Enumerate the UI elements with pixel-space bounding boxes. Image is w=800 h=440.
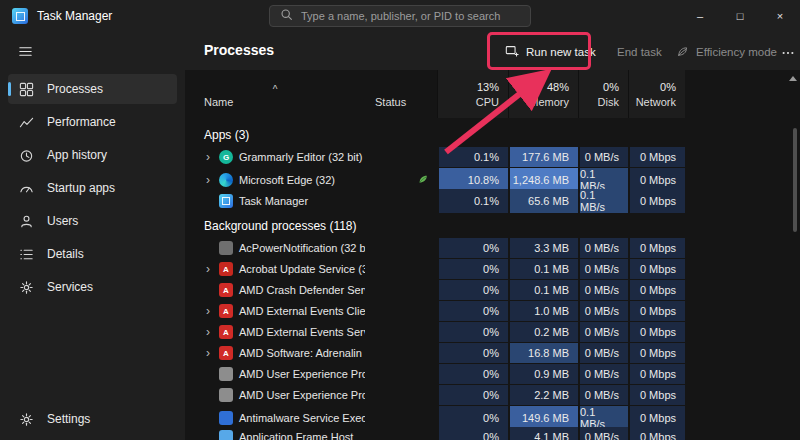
expand-chevron-icon[interactable]: › bbox=[203, 327, 213, 337]
process-name: AMD Software: Adrenalin Editi... bbox=[239, 347, 365, 359]
process-row[interactable]: ›AAMD Software: Adrenalin Editi...0%16.8… bbox=[185, 343, 800, 363]
more-options-button[interactable] bbox=[773, 41, 800, 67]
column-usage-cpu: 13% bbox=[437, 70, 508, 96]
column-usage-disk: 0% bbox=[578, 70, 628, 96]
task-manager-app-icon bbox=[12, 8, 28, 24]
generic-app-icon bbox=[219, 241, 233, 255]
cpu-cell: 0% bbox=[437, 238, 508, 258]
process-row[interactable]: ›AAMD External Events Client M...0%1.0 M… bbox=[185, 301, 800, 321]
efficiency-mode-button[interactable]: Efficiency mode bbox=[668, 39, 785, 65]
search-box[interactable] bbox=[269, 5, 531, 27]
cpu-cell: 0% bbox=[437, 364, 508, 384]
gear-icon bbox=[18, 411, 34, 427]
sidebar-item-users[interactable]: Users bbox=[8, 206, 177, 236]
sidebar-item-label: App history bbox=[47, 148, 107, 162]
sidebar-item-services[interactable]: Services bbox=[8, 272, 177, 302]
row-filler bbox=[685, 385, 800, 405]
sidebar-item-startup-apps[interactable]: Startup apps bbox=[8, 173, 177, 203]
scrollbar-up-arrow-icon[interactable] bbox=[789, 76, 797, 81]
process-row[interactable]: ›AAcrobat Update Service (32 bit)0%0.1 M… bbox=[185, 259, 800, 279]
process-name-cell: ›AAcrobat Update Service (32 bit) bbox=[185, 259, 365, 279]
disk-cell: 0 MB/s bbox=[578, 259, 628, 279]
disk-cell: 0 MB/s bbox=[578, 147, 628, 167]
sidebar-item-details[interactable]: Details bbox=[8, 239, 177, 269]
process-row[interactable]: ›AAMD External Events Service ...0%0.2 M… bbox=[185, 322, 800, 342]
process-row[interactable]: ›Microsoft Edge (32)10.8%1,248.6 MB0.1 M… bbox=[185, 168, 800, 188]
process-name: Antimalware Service Executable bbox=[239, 412, 365, 424]
sidebar-item-settings[interactable]: Settings bbox=[8, 404, 177, 434]
group-header-background-processes-118[interactable]: Background processes (118) bbox=[185, 215, 800, 237]
process-name: Application Frame Host bbox=[239, 431, 353, 440]
process-row[interactable]: Task Manager0.1%65.6 MB0.1 MB/s0 Mbps bbox=[185, 189, 800, 209]
expand-chevron-icon[interactable]: › bbox=[203, 175, 213, 185]
leaf-icon bbox=[676, 45, 689, 60]
network-cell: 0 Mbps bbox=[628, 280, 685, 300]
main-panel: Processes Run new task End task Efficien… bbox=[185, 32, 800, 440]
amd-icon: A bbox=[219, 283, 233, 297]
group-header-apps-3[interactable]: Apps (3) bbox=[185, 124, 800, 146]
process-row[interactable]: AMD User Experience Progra...0%2.2 MB0 M… bbox=[185, 385, 800, 405]
memory-cell: 4.1 MB bbox=[508, 427, 578, 440]
process-name: Microsoft Edge (32) bbox=[239, 174, 335, 186]
sidebar-item-label: Processes bbox=[47, 82, 103, 96]
process-name: Acrobat Update Service (32 bit) bbox=[239, 263, 365, 275]
process-row[interactable]: Application Frame Host0%4.1 MB0 MB/s0 Mb… bbox=[185, 427, 800, 440]
row-filler bbox=[685, 427, 800, 440]
network-cell: 0 Mbps bbox=[628, 385, 685, 405]
column-header-network[interactable]: Network bbox=[628, 96, 685, 118]
process-name: AMD User Experience Progra... bbox=[239, 368, 365, 380]
expand-chevron-icon[interactable]: › bbox=[203, 306, 213, 316]
cpu-cell: 0% bbox=[437, 427, 508, 440]
cpu-cell: 0% bbox=[437, 385, 508, 405]
row-filler bbox=[685, 322, 800, 342]
services-icon bbox=[18, 279, 34, 295]
app-frame-host-icon bbox=[219, 430, 233, 440]
process-row[interactable]: Antimalware Service Executable0%149.6 MB… bbox=[185, 406, 800, 426]
process-name: AMD External Events Service ... bbox=[239, 326, 365, 338]
cpu-cell: 0% bbox=[437, 280, 508, 300]
table-usage-row: ^13%48%0%0% bbox=[185, 70, 800, 96]
column-header-disk[interactable]: Disk bbox=[578, 96, 628, 118]
amd-icon: A bbox=[219, 304, 233, 318]
sidebar-item-app-history[interactable]: App history bbox=[8, 140, 177, 170]
sidebar-item-performance[interactable]: Performance bbox=[8, 107, 177, 137]
process-row[interactable]: AAMD Crash Defender Service0%0.1 MB0 MB/… bbox=[185, 280, 800, 300]
scrollbar-thumb[interactable] bbox=[793, 128, 797, 232]
process-row[interactable]: AMD User Experience Progra...0%0.9 MB0 M… bbox=[185, 364, 800, 384]
process-row[interactable]: AcPowerNotification (32 bit)0%3.3 MB0 MB… bbox=[185, 238, 800, 258]
search-input[interactable] bbox=[301, 10, 520, 22]
process-name: AcPowerNotification (32 bit) bbox=[239, 242, 365, 254]
run-new-task-label: Run new task bbox=[526, 46, 596, 58]
process-name-cell: Application Frame Host bbox=[185, 427, 365, 440]
sidebar-item-label: Startup apps bbox=[47, 181, 115, 195]
users-icon bbox=[18, 213, 34, 229]
memory-cell: 0.1 MB bbox=[508, 259, 578, 279]
maximize-button[interactable]: □ bbox=[720, 0, 760, 32]
memory-cell: 0.1 MB bbox=[508, 280, 578, 300]
memory-cell: 0.2 MB bbox=[508, 322, 578, 342]
column-header-cpu[interactable]: CPU bbox=[437, 96, 508, 118]
column-usage-status bbox=[365, 70, 437, 96]
expand-chevron-icon[interactable]: › bbox=[203, 264, 213, 274]
column-header-name[interactable]: Name bbox=[185, 96, 365, 118]
column-header-memory[interactable]: Memory bbox=[508, 96, 578, 118]
close-button[interactable]: × bbox=[760, 0, 800, 32]
process-row[interactable]: ›GGrammarly Editor (32 bit) (5)0.1%177.6… bbox=[185, 147, 800, 167]
minimize-button[interactable]: – bbox=[680, 0, 720, 32]
amd-ux-icon bbox=[219, 367, 233, 381]
network-cell: 0 Mbps bbox=[628, 427, 685, 440]
disk-cell: 0 MB/s bbox=[578, 364, 628, 384]
column-header-status[interactable]: Status bbox=[365, 96, 437, 118]
expand-chevron-icon[interactable]: › bbox=[203, 152, 213, 162]
end-task-button[interactable]: End task bbox=[609, 39, 670, 65]
expand-chevron-icon[interactable]: › bbox=[203, 348, 213, 358]
disk-cell: 0 MB/s bbox=[578, 343, 628, 363]
row-filler bbox=[685, 147, 800, 167]
hamburger-menu-icon[interactable] bbox=[10, 36, 40, 66]
process-name-cell: Task Manager bbox=[185, 189, 365, 213]
process-name: AMD External Events Client M... bbox=[239, 305, 365, 317]
run-new-task-button[interactable]: Run new task bbox=[497, 39, 604, 65]
window-controls: – □ × bbox=[680, 0, 800, 32]
sidebar-item-processes[interactable]: Processes bbox=[8, 74, 177, 104]
disk-cell: 0 MB/s bbox=[578, 280, 628, 300]
